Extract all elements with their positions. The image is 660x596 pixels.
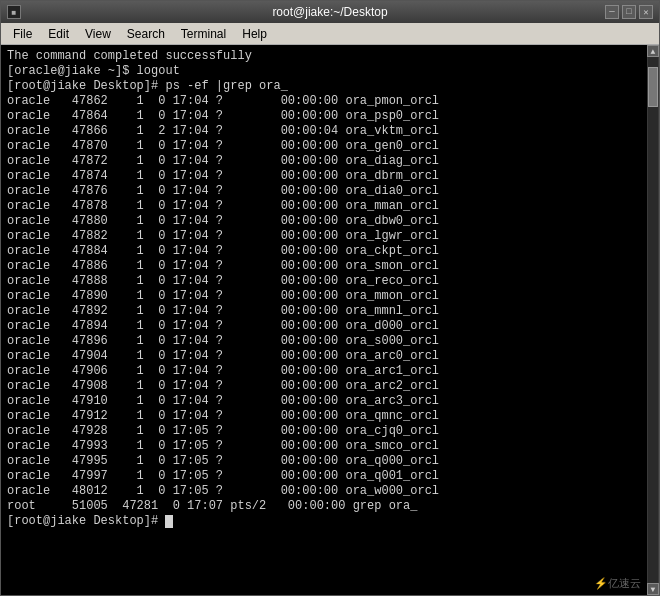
scroll-down-button[interactable]: ▼ <box>647 583 659 595</box>
maximize-button[interactable]: □ <box>622 5 636 19</box>
menu-search[interactable]: Search <box>119 25 173 43</box>
menu-file[interactable]: File <box>5 25 40 43</box>
window-title: root@jiake:~/Desktop <box>1 5 659 19</box>
terminal-output: The command completed successfully [orac… <box>1 45 647 595</box>
scrollbar[interactable]: ▲ ▼ <box>647 45 659 595</box>
menu-edit[interactable]: Edit <box>40 25 77 43</box>
title-bar: ■ root@jiake:~/Desktop — □ ✕ <box>1 1 659 23</box>
window-icon: ■ <box>7 5 21 19</box>
title-bar-left: ■ <box>7 5 21 19</box>
terminal-cursor <box>165 515 173 528</box>
terminal-area[interactable]: The command completed successfully [orac… <box>1 45 659 595</box>
menubar: File Edit View Search Terminal Help <box>1 23 659 45</box>
menu-help[interactable]: Help <box>234 25 275 43</box>
window-controls: — □ ✕ <box>605 5 653 19</box>
menu-terminal[interactable]: Terminal <box>173 25 234 43</box>
scroll-track[interactable] <box>648 57 658 583</box>
close-button[interactable]: ✕ <box>639 5 653 19</box>
minimize-button[interactable]: — <box>605 5 619 19</box>
scroll-up-button[interactable]: ▲ <box>647 45 659 57</box>
terminal-window: ■ root@jiake:~/Desktop — □ ✕ File Edit V… <box>0 0 660 596</box>
watermark: ⚡亿速云 <box>594 576 641 591</box>
scroll-thumb[interactable] <box>648 67 658 107</box>
menu-view[interactable]: View <box>77 25 119 43</box>
